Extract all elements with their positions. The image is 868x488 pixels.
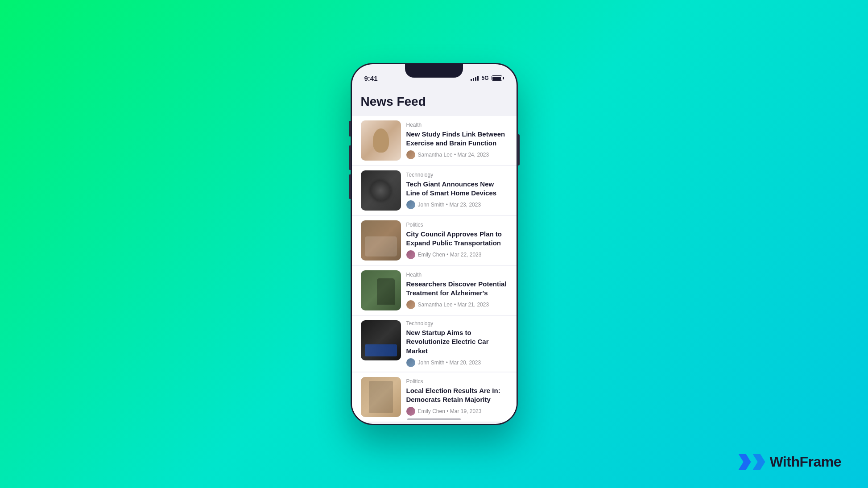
news-meta-2: John Smith • Mar 23, 2023 [406, 200, 508, 209]
news-category-6: Politics [406, 378, 508, 385]
news-thumbnail-2 [361, 170, 401, 211]
battery-fill [492, 77, 501, 80]
news-thumbnail-4 [361, 270, 401, 310]
author-avatar-4 [406, 300, 415, 309]
battery-tip [503, 77, 504, 79]
news-item-3[interactable]: Politics City Council Approves Plan to E… [352, 216, 517, 265]
signal-icon [471, 75, 479, 81]
home-indicator [407, 418, 461, 420]
news-thumbnail-6 [361, 377, 401, 417]
phone-notch [405, 64, 463, 78]
news-item-6[interactable]: Politics Local Election Results Are In: … [352, 372, 517, 422]
news-item-5[interactable]: Technology New Startup Aims to Revolutio… [352, 316, 517, 372]
news-title-4: Researchers Discover Potential Treatment… [406, 280, 508, 298]
thumbnail-image-3 [361, 220, 401, 261]
thumbnail-image-5 [361, 320, 401, 360]
news-info-6: Politics Local Election Results Are In: … [406, 377, 508, 417]
news-category-5: Technology [406, 320, 508, 327]
news-title-1: New Study Finds Link Between Exercise an… [406, 130, 508, 148]
news-item-1[interactable]: Health New Study Finds Link Between Exer… [352, 116, 517, 165]
phone-mute-button [349, 121, 351, 136]
news-title-5: New Startup Aims to Revolutionize Electr… [406, 328, 508, 356]
news-author-date-3: Emily Chen • Mar 22, 2023 [418, 252, 482, 258]
signal-bar-3 [475, 77, 476, 81]
signal-bar-2 [473, 78, 474, 81]
thumbnail-image-6 [361, 377, 401, 417]
author-avatar-2 [406, 200, 415, 209]
news-thumbnail-1 [361, 120, 401, 161]
news-category-4: Health [406, 272, 508, 278]
withframe-chevron-1 [738, 454, 751, 470]
news-item-4[interactable]: Health Researchers Discover Potential Tr… [352, 266, 517, 315]
news-item-2[interactable]: Technology Tech Giant Announces New Line… [352, 166, 517, 215]
news-category-2: Technology [406, 172, 508, 178]
news-category-3: Politics [406, 222, 508, 228]
news-category-1: Health [406, 122, 508, 128]
news-meta-1: Samantha Lee • Mar 24, 2023 [406, 150, 508, 159]
network-type: 5G [481, 75, 488, 81]
signal-bar-4 [477, 76, 479, 81]
withframe-brand: WithFrame [738, 454, 841, 470]
news-title-2: Tech Giant Announces New Line of Smart H… [406, 180, 508, 198]
news-author-date-4: Samantha Lee • Mar 21, 2023 [418, 302, 489, 308]
news-meta-6: Emily Chen • Mar 19, 2023 [406, 407, 508, 416]
news-author-date-6: Emily Chen • Mar 19, 2023 [418, 408, 482, 414]
news-info-4: Health Researchers Discover Potential Tr… [406, 270, 508, 310]
news-meta-5: John Smith • Mar 20, 2023 [406, 358, 508, 367]
news-feed-content[interactable]: News Feed Health New Study Finds Link Be… [352, 86, 517, 424]
news-author-date-5: John Smith • Mar 20, 2023 [418, 360, 481, 366]
phone-volume-up-button [349, 145, 351, 170]
author-avatar-5 [406, 358, 415, 367]
thumbnail-image-2 [361, 170, 401, 211]
page-title: News Feed [352, 91, 517, 116]
withframe-chevron-2 [752, 454, 765, 470]
news-info-1: Health New Study Finds Link Between Exer… [406, 120, 508, 161]
phone-volume-down-button [349, 174, 351, 199]
battery-body [492, 75, 502, 81]
phone-screen: 9:41 5G News Feed [352, 64, 517, 424]
news-meta-3: Emily Chen • Mar 22, 2023 [406, 250, 508, 259]
status-icons: 5G [471, 75, 504, 81]
phone-power-button [518, 134, 520, 165]
author-avatar-3 [406, 250, 415, 259]
news-title-6: Local Election Results Are In: Democrats… [406, 386, 508, 405]
thumbnail-image-1 [361, 120, 401, 161]
news-meta-4: Samantha Lee • Mar 21, 2023 [406, 300, 508, 309]
news-thumbnail-5 [361, 320, 401, 360]
news-list: Health New Study Finds Link Between Exer… [352, 116, 517, 422]
news-title-3: City Council Approves Plan to Expand Pub… [406, 230, 508, 248]
battery-icon [492, 75, 504, 81]
author-avatar-1 [406, 150, 415, 159]
news-info-5: Technology New Startup Aims to Revolutio… [406, 320, 508, 367]
news-thumbnail-3 [361, 220, 401, 261]
news-info-2: Technology Tech Giant Announces New Line… [406, 170, 508, 211]
withframe-logo-icon [738, 454, 765, 470]
phone-frame: 9:41 5G News Feed [351, 63, 518, 425]
author-avatar-6 [406, 407, 415, 416]
news-info-3: Politics City Council Approves Plan to E… [406, 220, 508, 261]
withframe-text: WithFrame [769, 454, 841, 470]
news-author-date-2: John Smith • Mar 23, 2023 [418, 202, 481, 208]
signal-bar-1 [471, 79, 472, 81]
news-author-date-1: Samantha Lee • Mar 24, 2023 [418, 152, 489, 158]
status-time: 9:41 [364, 74, 378, 82]
thumbnail-image-4 [361, 270, 401, 310]
